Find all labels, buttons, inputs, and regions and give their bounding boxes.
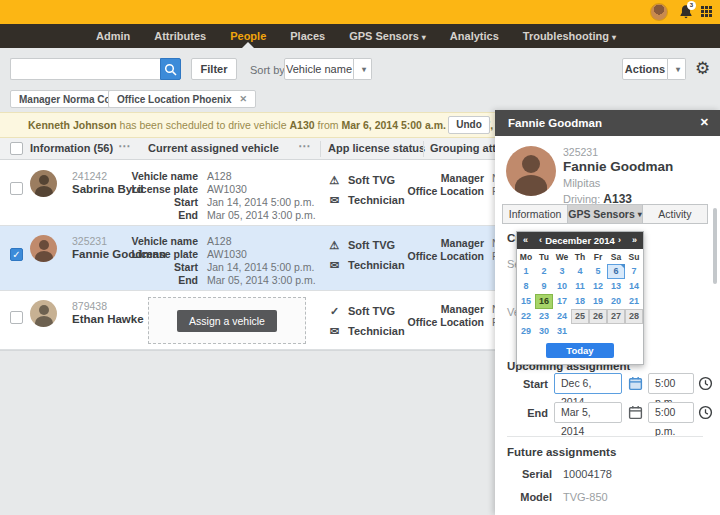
tab-gps-sensors[interactable]: GPS Sensors	[568, 204, 643, 224]
calendar-weekday: Mo	[517, 251, 535, 264]
nav-item-admin[interactable]: Admin	[96, 24, 130, 48]
nav-item-attributes[interactable]: Attributes	[154, 24, 206, 48]
calendar-prev-year-icon[interactable]: «	[523, 232, 528, 249]
calendar-day[interactable]: 14	[625, 279, 643, 294]
calendar-day[interactable]: 15	[517, 294, 535, 309]
sort-dropdown-chevron-icon[interactable]	[354, 58, 372, 80]
calendar-day[interactable]: 9	[535, 279, 553, 294]
close-icon[interactable]: ✕	[700, 116, 709, 129]
today-button[interactable]: Today	[546, 343, 614, 358]
calendar-day[interactable]: 23	[535, 309, 553, 324]
nav-item-places[interactable]: Places	[290, 24, 325, 48]
start-time-input[interactable]: 5:00 p.m.	[648, 373, 694, 394]
app: 3 Admin Attributes People Places GPS Sen…	[0, 0, 720, 515]
calendar-day[interactable]: 8	[517, 279, 535, 294]
nav-item-gps-sensors[interactable]: GPS Sensors	[349, 24, 426, 48]
nav-item-analytics[interactable]: Analytics	[450, 24, 499, 48]
tab-activity[interactable]: Activity	[643, 204, 708, 224]
chip-close-icon[interactable]: ✕	[239, 94, 247, 104]
sort-dropdown[interactable]: Vehicle name	[284, 58, 354, 80]
profile-id: 325231	[563, 146, 598, 158]
calendar-day[interactable]: 28	[625, 309, 643, 324]
calendar-popup: « ‹ December 2014 › » MoTuWeThFrSaSu1234…	[516, 231, 644, 365]
start-label: Start	[495, 378, 548, 390]
apps-grid-icon[interactable]	[701, 6, 712, 17]
nav-item-people[interactable]: People	[230, 24, 266, 48]
clock-icon[interactable]	[698, 376, 713, 391]
calendar-day[interactable]: 19	[589, 294, 607, 309]
calendar-day	[589, 324, 607, 339]
calendar-day[interactable]: 11	[571, 279, 589, 294]
calendar-day[interactable]: 7	[625, 264, 643, 279]
nav-item-troubleshooting[interactable]: Troubleshooting	[523, 24, 616, 48]
tab-information[interactable]: Information	[502, 204, 568, 224]
chip-office-location[interactable]: Office Location Phoenix ✕	[108, 90, 256, 108]
search-button[interactable]	[160, 58, 181, 80]
end-date-input[interactable]: Mar 5, 2014	[554, 402, 622, 423]
row-checkbox[interactable]	[10, 182, 23, 195]
calendar-weekday: Th	[571, 251, 589, 264]
filter-button[interactable]: Filter	[191, 58, 237, 80]
calendar-day[interactable]: 6	[607, 264, 625, 279]
person-name: Ethan Hawke	[72, 313, 144, 325]
notification-badge: 3	[687, 1, 696, 10]
calendar-day[interactable]: 22	[517, 309, 535, 324]
calendar-day[interactable]: 18	[571, 294, 589, 309]
calendar-day[interactable]: 4	[571, 264, 589, 279]
undo-button[interactable]: Undo	[448, 116, 490, 134]
calendar-icon[interactable]	[628, 376, 643, 391]
envelope-icon: ✉	[328, 194, 341, 207]
person-id: 879438	[72, 300, 107, 312]
actions-chevron-icon[interactable]	[668, 58, 686, 80]
assign-vehicle-button[interactable]: Assign a vehicle	[177, 310, 277, 332]
calendar-next-month-icon[interactable]: ›	[618, 232, 621, 249]
calendar-weekday: Tu	[535, 251, 553, 264]
calendar-day[interactable]: 2	[535, 264, 553, 279]
search-icon	[164, 63, 177, 76]
column-menu-icon[interactable]: ⋯	[298, 139, 311, 153]
calendar-next-year-icon[interactable]: »	[632, 232, 637, 249]
column-menu-icon[interactable]: ⋯	[118, 139, 131, 153]
calendar-day[interactable]: 21	[625, 294, 643, 309]
active-tab-caret	[242, 42, 254, 48]
calendar-day[interactable]: 26	[589, 309, 607, 324]
grouping-labels: ManagerOffice Location	[380, 237, 484, 263]
calendar-prev-month-icon[interactable]: ‹	[539, 232, 542, 249]
calendar-day[interactable]: 30	[535, 324, 553, 339]
calendar-day[interactable]: 1	[517, 264, 535, 279]
calendar-day[interactable]: 29	[517, 324, 535, 339]
panel-tabs: Information GPS Sensors Activity	[502, 204, 708, 224]
panel-scrollbar[interactable]	[713, 208, 717, 284]
search-input[interactable]	[10, 58, 160, 80]
start-date-input[interactable]: Dec 6, 2014	[554, 373, 622, 394]
avatar	[30, 170, 57, 197]
calendar-day[interactable]: 5	[589, 264, 607, 279]
row-checkbox[interactable]	[10, 311, 23, 324]
calendar-day[interactable]: 16	[535, 294, 553, 309]
profile-city: Milpitas	[563, 177, 600, 189]
panel-header: Fannie Goodman ✕	[495, 110, 720, 136]
calendar-day[interactable]: 17	[553, 294, 571, 309]
calendar-day[interactable]: 24	[553, 309, 571, 324]
user-avatar[interactable]	[650, 3, 668, 21]
row-checkbox-checked[interactable]: ✓	[10, 248, 23, 261]
calendar-day[interactable]: 31	[553, 324, 571, 339]
grouping-labels: ManagerOffice Location	[380, 303, 484, 329]
check-icon: ✓	[328, 305, 341, 318]
calendar-day[interactable]: 27	[607, 309, 625, 324]
calendar-icon[interactable]	[628, 405, 643, 420]
gear-icon[interactable]: ⚙	[695, 57, 710, 81]
col-vehicle: Current assigned vehicle	[148, 142, 279, 154]
calendar-day[interactable]: 20	[607, 294, 625, 309]
select-all-checkbox[interactable]	[10, 142, 23, 155]
person-id: 241242	[72, 170, 107, 182]
calendar-day[interactable]: 10	[553, 279, 571, 294]
serial-label: Serial	[503, 468, 552, 480]
clock-icon[interactable]	[698, 405, 713, 420]
calendar-day[interactable]: 3	[553, 264, 571, 279]
calendar-day[interactable]: 25	[571, 309, 589, 324]
end-time-input[interactable]: 5:00 p.m.	[648, 402, 694, 423]
actions-button[interactable]: Actions	[622, 58, 668, 80]
calendar-day[interactable]: 13	[607, 279, 625, 294]
calendar-day[interactable]: 12	[589, 279, 607, 294]
